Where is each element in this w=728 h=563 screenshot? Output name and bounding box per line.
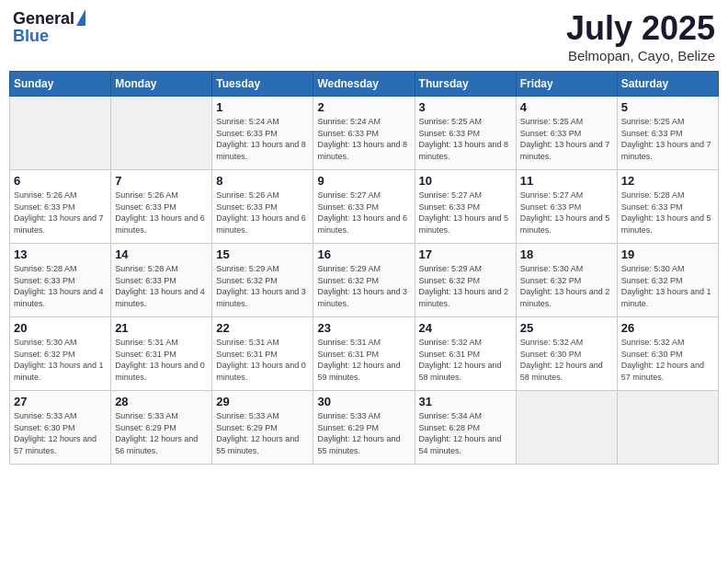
day-number: 16 [317,247,410,261]
calendar-cell: 30Sunrise: 5:33 AMSunset: 6:29 PMDayligh… [313,391,415,465]
day-info: Sunrise: 5:29 AMSunset: 6:32 PMDaylight:… [216,263,309,309]
calendar-cell: 24Sunrise: 5:32 AMSunset: 6:31 PMDayligh… [415,317,516,391]
day-info: Sunrise: 5:29 AMSunset: 6:32 PMDaylight:… [419,263,512,309]
calendar-cell: 17Sunrise: 5:29 AMSunset: 6:32 PMDayligh… [415,244,516,317]
day-info: Sunrise: 5:33 AMSunset: 6:29 PMDaylight:… [115,410,208,456]
day-info: Sunrise: 5:28 AMSunset: 6:33 PMDaylight:… [115,263,208,309]
day-number: 9 [317,174,410,188]
calendar-week-row: 27Sunrise: 5:33 AMSunset: 6:30 PMDayligh… [10,391,719,465]
calendar-cell: 12Sunrise: 5:28 AMSunset: 6:33 PMDayligh… [617,170,718,244]
location-subtitle: Belmopan, Cayo, Belize [566,48,715,63]
calendar-cell: 22Sunrise: 5:31 AMSunset: 6:31 PMDayligh… [212,317,313,391]
day-info: Sunrise: 5:27 AMSunset: 6:33 PMDaylight:… [520,190,613,236]
calendar-cell: 2Sunrise: 5:24 AMSunset: 6:33 PMDaylight… [313,97,415,170]
day-number: 15 [216,247,309,261]
day-info: Sunrise: 5:28 AMSunset: 6:33 PMDaylight:… [621,190,714,236]
calendar-cell: 29Sunrise: 5:33 AMSunset: 6:29 PMDayligh… [212,391,313,465]
day-info: Sunrise: 5:32 AMSunset: 6:30 PMDaylight:… [621,337,714,383]
day-number: 5 [621,100,714,114]
calendar-cell: 9Sunrise: 5:27 AMSunset: 6:33 PMDaylight… [313,170,415,244]
day-info: Sunrise: 5:27 AMSunset: 6:33 PMDaylight:… [419,190,512,236]
page-header: General Blue July 2025 Belmopan, Cayo, B… [9,9,719,63]
header-saturday: Saturday [617,72,718,97]
day-info: Sunrise: 5:33 AMSunset: 6:30 PMDaylight:… [14,410,107,456]
header-thursday: Thursday [415,72,516,97]
calendar-cell [516,391,617,465]
day-number: 14 [115,247,208,261]
day-number: 22 [216,321,309,335]
day-number: 24 [419,321,512,335]
calendar-cell: 14Sunrise: 5:28 AMSunset: 6:33 PMDayligh… [111,244,212,317]
title-section: July 2025 Belmopan, Cayo, Belize [566,9,715,63]
calendar-cell: 19Sunrise: 5:30 AMSunset: 6:32 PMDayligh… [617,244,718,317]
day-number: 13 [14,247,107,261]
calendar-cell: 3Sunrise: 5:25 AMSunset: 6:33 PMDaylight… [415,97,516,170]
logo: General Blue [13,9,85,46]
calendar-week-row: 13Sunrise: 5:28 AMSunset: 6:33 PMDayligh… [10,244,719,317]
day-info: Sunrise: 5:32 AMSunset: 6:30 PMDaylight:… [520,337,613,383]
day-info: Sunrise: 5:26 AMSunset: 6:33 PMDaylight:… [14,190,107,236]
day-number: 20 [14,321,107,335]
calendar-cell [617,391,718,465]
day-number: 8 [216,174,309,188]
day-number: 2 [317,100,410,114]
calendar-cell: 26Sunrise: 5:32 AMSunset: 6:30 PMDayligh… [617,317,718,391]
day-info: Sunrise: 5:26 AMSunset: 6:33 PMDaylight:… [115,190,208,236]
header-wednesday: Wednesday [313,72,415,97]
day-info: Sunrise: 5:24 AMSunset: 6:33 PMDaylight:… [216,116,309,162]
calendar-header-row: SundayMondayTuesdayWednesdayThursdayFrid… [10,72,719,97]
day-number: 3 [419,100,512,114]
calendar-cell: 23Sunrise: 5:31 AMSunset: 6:31 PMDayligh… [313,317,415,391]
calendar-cell: 27Sunrise: 5:33 AMSunset: 6:30 PMDayligh… [10,391,111,465]
day-info: Sunrise: 5:33 AMSunset: 6:29 PMDaylight:… [317,410,410,456]
calendar-table: SundayMondayTuesdayWednesdayThursdayFrid… [9,71,719,465]
day-number: 17 [419,247,512,261]
day-number: 19 [621,247,714,261]
calendar-cell: 18Sunrise: 5:30 AMSunset: 6:32 PMDayligh… [516,244,617,317]
day-number: 25 [520,321,613,335]
calendar-week-row: 20Sunrise: 5:30 AMSunset: 6:32 PMDayligh… [10,317,719,391]
day-info: Sunrise: 5:30 AMSunset: 6:32 PMDaylight:… [14,337,107,383]
day-number: 6 [14,174,107,188]
day-number: 23 [317,321,410,335]
day-info: Sunrise: 5:30 AMSunset: 6:32 PMDaylight:… [621,263,714,309]
calendar-cell: 21Sunrise: 5:31 AMSunset: 6:31 PMDayligh… [111,317,212,391]
calendar-cell: 15Sunrise: 5:29 AMSunset: 6:32 PMDayligh… [212,244,313,317]
day-info: Sunrise: 5:25 AMSunset: 6:33 PMDaylight:… [520,116,613,162]
calendar-cell: 16Sunrise: 5:29 AMSunset: 6:32 PMDayligh… [313,244,415,317]
day-number: 21 [115,321,208,335]
day-number: 31 [419,395,512,408]
day-info: Sunrise: 5:32 AMSunset: 6:31 PMDaylight:… [419,337,512,383]
calendar-cell: 4Sunrise: 5:25 AMSunset: 6:33 PMDaylight… [516,97,617,170]
day-number: 18 [520,247,613,261]
calendar-week-row: 6Sunrise: 5:26 AMSunset: 6:33 PMDaylight… [10,170,719,244]
calendar-cell: 7Sunrise: 5:26 AMSunset: 6:33 PMDaylight… [111,170,212,244]
day-number: 30 [317,395,410,408]
day-number: 12 [621,174,714,188]
calendar-cell: 8Sunrise: 5:26 AMSunset: 6:33 PMDaylight… [212,170,313,244]
logo-arrow-icon [76,9,85,26]
day-number: 1 [216,100,309,114]
calendar-cell [10,97,111,170]
day-number: 11 [520,174,613,188]
logo-blue-text: Blue [13,27,49,46]
calendar-cell: 11Sunrise: 5:27 AMSunset: 6:33 PMDayligh… [516,170,617,244]
calendar-cell [111,97,212,170]
calendar-cell: 31Sunrise: 5:34 AMSunset: 6:28 PMDayligh… [415,391,516,465]
day-info: Sunrise: 5:33 AMSunset: 6:29 PMDaylight:… [216,410,309,456]
header-tuesday: Tuesday [212,72,313,97]
day-number: 10 [419,174,512,188]
month-title: July 2025 [566,9,715,48]
header-sunday: Sunday [10,72,111,97]
logo-general-text: General [13,9,74,29]
day-info: Sunrise: 5:31 AMSunset: 6:31 PMDaylight:… [216,337,309,383]
day-number: 26 [621,321,714,335]
day-info: Sunrise: 5:24 AMSunset: 6:33 PMDaylight:… [317,116,410,162]
day-info: Sunrise: 5:29 AMSunset: 6:32 PMDaylight:… [317,263,410,309]
day-number: 4 [520,100,613,114]
day-info: Sunrise: 5:27 AMSunset: 6:33 PMDaylight:… [317,190,410,236]
day-info: Sunrise: 5:28 AMSunset: 6:33 PMDaylight:… [14,263,107,309]
calendar-cell: 25Sunrise: 5:32 AMSunset: 6:30 PMDayligh… [516,317,617,391]
day-number: 28 [115,395,208,408]
day-info: Sunrise: 5:34 AMSunset: 6:28 PMDaylight:… [419,410,512,456]
